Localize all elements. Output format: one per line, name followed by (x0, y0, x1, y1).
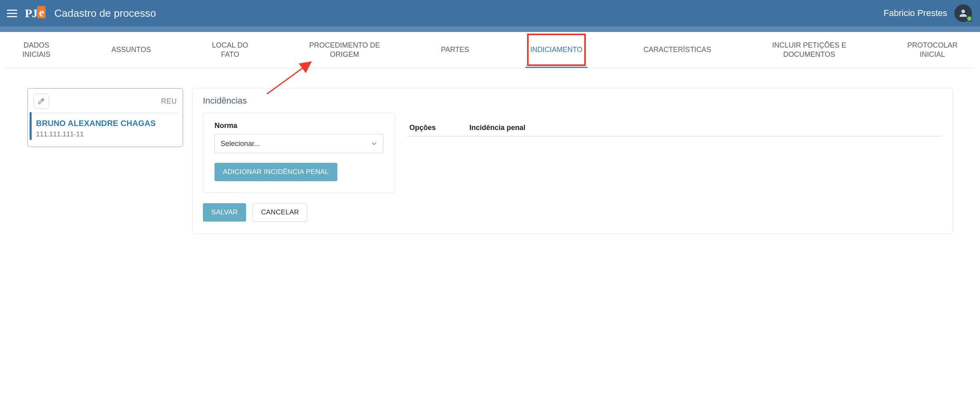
tab-partes[interactable]: PARTES (436, 32, 474, 68)
norma-label: Norma (214, 122, 383, 130)
tab-caracteristicas[interactable]: CARACTERÍSTICAS (639, 32, 716, 68)
annotation-arrow-icon (265, 60, 325, 96)
menu-icon[interactable] (4, 5, 20, 21)
svg-line-0 (267, 62, 311, 94)
subbar (0, 26, 980, 32)
party-name[interactable]: BRUNO ALEXANDRE CHAGAS (36, 119, 178, 128)
tab-assuntos[interactable]: ASSUNTOS (107, 32, 156, 68)
avatar[interactable] (954, 4, 972, 22)
party-card: REU BRUNO ALEXANDRE CHAGAS 111.111.111-1… (27, 88, 183, 147)
incidencias-panel: Incidências Norma Selecionar... (192, 88, 953, 234)
norma-form: Norma Selecionar... ADICIONAR INCIDÊNCIA… (203, 112, 395, 193)
tab-local-do-fato[interactable]: LOCAL DO FATO (207, 32, 253, 68)
party-role-tag: REU (161, 97, 177, 106)
cancel-button[interactable]: CANCELAR (253, 203, 307, 222)
tab-indiciamento[interactable]: INDICIAMENTO (525, 32, 587, 68)
edit-party-button[interactable] (34, 94, 49, 109)
th-incidencia: Incidência penal (469, 124, 525, 132)
page-title: Cadastro de processo (54, 7, 156, 20)
app-logo[interactable]: PJe (25, 6, 46, 20)
save-button[interactable]: SALVAR (203, 203, 246, 222)
tab-dados-iniciais[interactable]: DADOS INICIAIS (18, 32, 55, 68)
pencil-icon (37, 97, 45, 105)
topbar: PJe Cadastro de processo Fabricio Preste… (0, 0, 980, 26)
norma-select[interactable]: Selecionar... (214, 134, 383, 153)
panel-title: Incidências (203, 96, 942, 106)
incidencias-table: Opções Incidência penal (407, 112, 942, 136)
party-document: 111.111.111-11 (36, 130, 178, 138)
tab-protocolar-inicial[interactable]: PROTOCOLAR INICIAL (902, 32, 962, 68)
divider (33, 113, 178, 113)
add-incidencia-button[interactable]: ADICIONAR INCIDÊNCIA PENAL (214, 163, 337, 181)
th-options: Opções (409, 124, 449, 132)
status-online-icon (966, 16, 972, 22)
user-name[interactable]: Fabricio Prestes (884, 8, 947, 18)
tab-incluir-peticoes[interactable]: INCLUIR PETIÇÕES E DOCUMENTOS (768, 32, 851, 68)
tabs: DADOS INICIAIS ASSUNTOS LOCAL DO FATO PR… (6, 32, 974, 68)
